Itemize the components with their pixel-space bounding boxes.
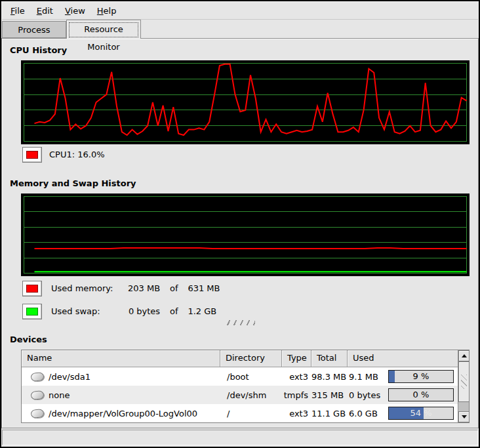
menu-file[interactable]: File	[5, 3, 31, 18]
device-used-cell: 9.1 MB 9 %	[348, 370, 458, 383]
device-name-cell: /dev/mapper/VolGroup00-LogVol00	[22, 409, 220, 418]
memory-history-title: Memory and Swap History	[10, 178, 136, 188]
device-used-cell: 6.0 GB 54 %	[348, 407, 458, 420]
device-directory: /	[220, 409, 282, 418]
device-name-cell: none	[22, 390, 220, 400]
status-bar	[2, 430, 478, 445]
device-name-cell: /dev/sda1	[22, 372, 220, 382]
memory-history-chart	[21, 193, 470, 276]
used-swap-value: 0 bytes	[118, 304, 160, 319]
usage-percent-label: 9 %	[389, 371, 453, 382]
cpu-history-chart	[21, 60, 470, 144]
device-type: ext3	[282, 372, 311, 382]
device-used: 9.1 MB	[349, 372, 378, 382]
cpu1-color-swatch[interactable]	[22, 147, 42, 163]
used-swap-label: Used swap:	[51, 304, 115, 319]
device-used: 0 bytes	[349, 390, 380, 400]
used-swap-legend: Used swap: 0 bytes of 1.2 GB	[51, 304, 216, 319]
used-memory-of: of	[163, 281, 185, 296]
used-memory-label: Used memory:	[51, 281, 115, 296]
scrollbar-thumb[interactable]	[458, 361, 470, 402]
tab-resource-monitor-label: Resource Monitor	[84, 24, 123, 52]
device-used-cell: 0 bytes 0 %	[348, 388, 458, 401]
arrow-down-icon	[462, 415, 467, 418]
menu-edit[interactable]: Edit	[31, 3, 59, 18]
devices-title: Devices	[10, 335, 47, 344]
device-directory: /boot	[220, 372, 282, 382]
scroll-down-button[interactable]	[458, 411, 470, 422]
used-memory-value: 203 MB	[118, 281, 160, 296]
menu-help[interactable]: Help	[91, 3, 123, 18]
column-header-type[interactable]: Type	[282, 350, 311, 367]
tab-resource-monitor[interactable]: Resource Monitor	[66, 20, 141, 39]
hard-disk-icon	[30, 390, 44, 400]
device-name: /dev/mapper/VolGroup00-LogVol00	[49, 409, 197, 418]
usage-progress-bar: 9 %	[388, 370, 454, 383]
usage-percent-label: 54 %	[389, 407, 453, 419]
devices-table: Name Directory Type Total Used /dev/sda1…	[21, 350, 470, 423]
used-memory-color-chip	[26, 285, 38, 293]
device-name: /dev/sda1	[49, 372, 90, 382]
tab-process-listing[interactable]: Process Listing	[2, 21, 66, 38]
device-name: none	[49, 390, 70, 400]
usage-percent-label: 0 %	[389, 389, 453, 401]
device-type: tmpfs	[282, 390, 311, 400]
device-directory: /dev/shm	[220, 390, 282, 400]
table-row[interactable]: /dev/mapper/VolGroup00-LogVol00 / ext3 1…	[22, 404, 469, 422]
devices-table-header: Name Directory Type Total Used	[22, 350, 469, 367]
used-memory-color-swatch[interactable]	[22, 281, 42, 296]
window-frame: File Edit View Help Process Listing Reso…	[1, 1, 479, 447]
devices-table-body: /dev/sda1 /boot ext3 98.3 MB 9.1 MB 9 % …	[22, 367, 469, 422]
device-used: 6.0 GB	[349, 409, 378, 418]
cpu1-color-chip	[26, 151, 38, 159]
usage-progress-bar: 0 %	[388, 388, 454, 401]
column-header-total[interactable]: Total	[311, 350, 348, 367]
arrow-up-icon	[462, 354, 467, 357]
cpu1-legend-label: CPU1: 16.0%	[49, 147, 105, 163]
devices-scrollbar[interactable]	[458, 350, 469, 422]
used-memory-total: 631 MB	[188, 283, 220, 293]
device-total: 315 MB	[311, 390, 348, 400]
device-total: 98.3 MB	[311, 372, 348, 382]
resource-monitor-page: CPU History CPU1: 16.0% Memory and Swap …	[1, 38, 479, 428]
usage-progress-bar: 54 %	[388, 407, 454, 420]
used-swap-color-chip	[26, 308, 38, 316]
used-swap-of: of	[163, 304, 185, 319]
pane-resize-grip[interactable]	[226, 320, 255, 325]
scroll-up-button[interactable]	[458, 350, 470, 361]
device-total: 11.1 GB	[311, 409, 348, 418]
used-swap-total: 1.2 GB	[188, 306, 216, 316]
device-type: ext3	[282, 409, 311, 418]
menu-view[interactable]: View	[59, 3, 91, 18]
scrollbar-grip-icon	[461, 375, 467, 389]
system-monitor-window: File Edit View Help Process Listing Reso…	[0, 0, 480, 448]
cpu-history-title: CPU History	[10, 45, 67, 55]
column-header-used[interactable]: Used	[348, 350, 458, 367]
column-header-name[interactable]: Name	[22, 350, 220, 367]
hard-disk-icon	[30, 372, 44, 382]
hard-disk-icon	[30, 409, 44, 418]
table-row[interactable]: /dev/sda1 /boot ext3 98.3 MB 9.1 MB 9 %	[22, 367, 469, 386]
used-memory-legend: Used memory: 203 MB of 631 MB	[51, 281, 220, 296]
used-swap-color-swatch[interactable]	[22, 304, 42, 319]
table-row[interactable]: none /dev/shm tmpfs 315 MB 0 bytes 0 %	[22, 386, 469, 404]
column-header-directory[interactable]: Directory	[220, 350, 282, 367]
menu-bar: File Edit View Help	[2, 2, 478, 20]
